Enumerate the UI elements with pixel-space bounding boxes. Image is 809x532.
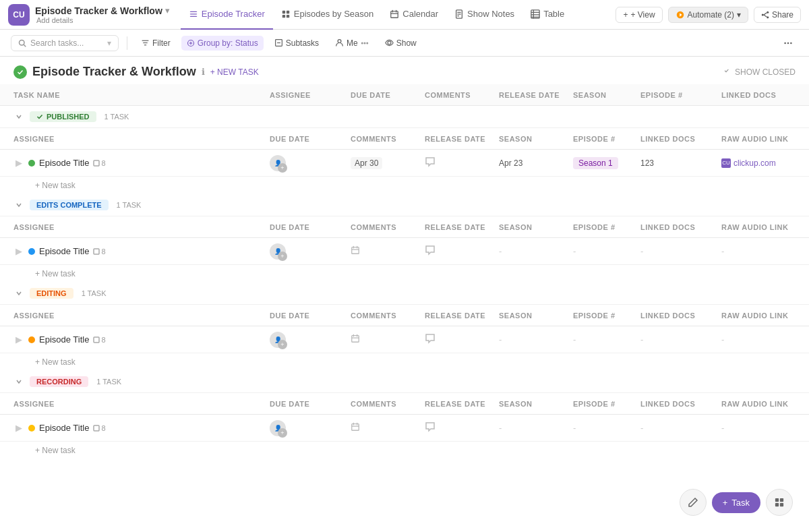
tab-episode-tracker[interactable]: Episode Tracker: [181, 0, 273, 30]
svg-point-39: [366, 42, 368, 44]
show-button[interactable]: Show: [380, 36, 422, 51]
page-title-area: Episode Tracker & Workflow ℹ + NEW TASK: [13, 65, 259, 79]
group-toggle-edits[interactable]: [13, 200, 24, 210]
group-editing: EDITING 1 TASK ASSIGNEE DUE DATE COMMENT…: [0, 283, 809, 371]
task-expand-toggle[interactable]: ▶: [13, 423, 24, 434]
group-recording-header: RECORDING 1 TASK: [0, 371, 809, 393]
tab-show-notes[interactable]: Show Notes: [446, 0, 522, 30]
comments-cell[interactable]: [425, 156, 499, 169]
comments-cell[interactable]: [425, 421, 499, 434]
project-header: Episode Tracker & Workflow ▾ Add details: [35, 5, 170, 24]
group-published-col-headers: ASSIGNEE DUE DATE COMMENTS RELEASE DATE …: [0, 128, 809, 150]
group-editing-col-headers: ASSIGNEE DUE DATE COMMENTS RELEASE DATE …: [0, 305, 809, 326]
new-task-row-edits[interactable]: + New task: [0, 265, 809, 283]
subtask-count: 8: [93, 336, 105, 344]
episode-num-cell: -: [640, 246, 721, 256]
add-assignee-icon[interactable]: +: [278, 163, 287, 173]
linked-docs-cell: -: [721, 423, 809, 433]
svg-rect-6: [287, 14, 289, 17]
comments-cell[interactable]: [425, 333, 499, 346]
task-expand-toggle[interactable]: ▶: [13, 158, 24, 169]
svg-point-22: [767, 11, 769, 13]
subtask-count: 8: [93, 247, 105, 256]
table-row: ▶ Episode Title 8 👤 + - -: [0, 238, 809, 265]
task-color-dot: [28, 425, 35, 432]
svg-point-44: [790, 42, 792, 44]
group-toggle-published[interactable]: [13, 111, 24, 122]
search-input[interactable]: Search tasks... ▾: [11, 35, 119, 51]
col-season: SEASON: [573, 91, 640, 99]
task-name-cell: ▶ Episode Title 8: [13, 423, 270, 434]
table-row: ▶ Episode Title 8 👤 + Apr 30: [0, 150, 809, 177]
page-header: Episode Tracker & Workflow ℹ + NEW TASK …: [0, 57, 809, 84]
project-dropdown-icon[interactable]: ▾: [165, 5, 170, 16]
task-color-dot: [28, 336, 35, 343]
col-comments: COMMENTS: [425, 91, 499, 99]
group-toggle-editing[interactable]: [13, 288, 24, 299]
new-task-row-editing[interactable]: + New task: [0, 353, 809, 371]
svg-rect-56: [94, 425, 99, 431]
nav-right: + + View Automate (2) ▾ Share: [616, 7, 801, 23]
svg-point-40: [361, 42, 363, 44]
show-closed-button[interactable]: SHOW CLOSED: [724, 67, 796, 77]
svg-line-25: [764, 13, 767, 15]
group-published: PUBLISHED 1 TASK ASSIGNEE DUE DATE COMME…: [0, 106, 809, 194]
subtasks-button[interactable]: Subtasks: [269, 36, 324, 51]
group-recording-col-headers: ASSIGNEE DUE DATE COMMENTS RELEASE DATE …: [0, 393, 809, 415]
new-task-button[interactable]: + NEW TASK: [210, 67, 259, 77]
season-cell: -: [573, 334, 640, 345]
filter-button[interactable]: Filter: [136, 36, 176, 51]
group-by-button[interactable]: Group by: Status: [181, 36, 264, 51]
task-expand-toggle[interactable]: ▶: [13, 334, 24, 345]
group-recording: RECORDING 1 TASK ASSIGNEE DUE DATE COMME…: [0, 371, 809, 459]
status-circle-icon: [13, 65, 27, 79]
svg-rect-7: [391, 11, 398, 18]
me-button[interactable]: Me: [330, 36, 374, 51]
svg-rect-46: [94, 249, 99, 254]
group-toggle-recording[interactable]: [13, 376, 24, 387]
search-dropdown-icon: ▾: [107, 38, 111, 48]
tab-episodes-by-season[interactable]: Episodes by Season: [273, 0, 382, 30]
svg-rect-4: [287, 10, 289, 13]
svg-point-37: [338, 40, 341, 43]
project-title: Episode Tracker & Workflow: [35, 5, 162, 16]
svg-point-38: [363, 42, 365, 44]
col-task-name: TASK NAME: [13, 91, 270, 99]
svg-line-26: [764, 15, 767, 17]
page-title: Episode Tracker & Workflow: [32, 65, 196, 79]
episode-num-cell: -: [640, 334, 721, 345]
more-options-button[interactable]: [778, 36, 798, 51]
view-button[interactable]: + + View: [616, 7, 662, 23]
group-edits-header: EDITS COMPLETE 1 TASK: [0, 194, 809, 216]
assignee-cell: 👤 +: [270, 155, 351, 171]
due-date-cell: Apr 30: [351, 158, 425, 168]
add-assignee-icon[interactable]: +: [278, 252, 287, 261]
assignee-cell: 👤 +: [270, 243, 351, 260]
add-assignee-icon[interactable]: +: [278, 428, 287, 438]
season-cell: -: [573, 246, 640, 256]
svg-point-24: [762, 13, 764, 16]
task-name-cell: ▶ Episode Title 8: [13, 158, 270, 169]
new-task-row-published[interactable]: + New task: [0, 177, 809, 194]
svg-rect-51: [94, 337, 99, 343]
assignee-cell: 👤 +: [270, 332, 351, 348]
share-button[interactable]: Share: [754, 7, 801, 23]
task-name-cell: ▶ Episode Title 8: [13, 246, 270, 257]
task-expand-toggle[interactable]: ▶: [13, 246, 24, 257]
automate-button[interactable]: Automate (2) ▾: [668, 7, 748, 23]
tab-calendar[interactable]: Calendar: [382, 0, 446, 30]
add-assignee-icon[interactable]: +: [278, 340, 287, 349]
svg-rect-5: [282, 14, 284, 17]
svg-rect-1: [190, 13, 198, 14]
col-due-date: DUE DATE: [351, 91, 425, 99]
new-task-row-recording[interactable]: + New task: [0, 442, 809, 459]
avatar: 👤 +: [270, 243, 286, 260]
table-row: ▶ Episode Title 8 👤 + - -: [0, 415, 809, 442]
tab-table[interactable]: Table: [522, 0, 572, 30]
due-date-cell: [351, 422, 425, 434]
task-color-dot: [28, 248, 35, 255]
comments-cell[interactable]: [425, 245, 499, 258]
release-date-cell: -: [499, 246, 573, 256]
info-icon[interactable]: ℹ: [202, 67, 205, 77]
avatar: 👤 +: [270, 155, 286, 171]
